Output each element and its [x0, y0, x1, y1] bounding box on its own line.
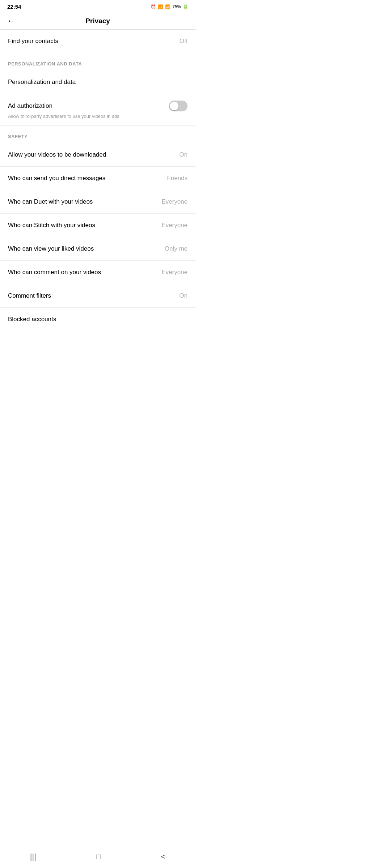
find-contacts-row[interactable]: Find your contacts Off [0, 30, 196, 53]
safety-row-0[interactable]: Allow your videos to be downloadedOn [0, 143, 196, 167]
status-icons: ⏰ 📶 📶 75% 🔋 [151, 4, 188, 9]
battery-icon: 🔋 [183, 4, 188, 9]
safety-row-label-6: Comment filters [8, 292, 51, 299]
status-bar: 22:54 ⏰ 📶 📶 75% 🔋 [0, 0, 196, 13]
safety-row-label-2: Who can Duet with your videos [8, 198, 93, 205]
signal-icon: 📶 [165, 4, 171, 9]
safety-row-value-5: Everyone [161, 269, 188, 276]
personalization-header-text: PERSONALIZATION AND DATA [8, 61, 82, 67]
wifi-icon: 📶 [158, 4, 163, 9]
safety-row-value-4: Only me [165, 245, 188, 252]
safety-row-2[interactable]: Who can Duet with your videosEveryone [0, 190, 196, 214]
page-header: ← Privacy [0, 13, 196, 30]
personalization-row[interactable]: Personalization and data [0, 71, 196, 94]
ad-authorization-label: Ad authorization [8, 102, 52, 110]
safety-row-3[interactable]: Who can Stitch with your videosEveryone [0, 214, 196, 237]
safety-header-text: SAFETY [8, 134, 28, 139]
personalization-label: Personalization and data [8, 78, 76, 86]
safety-row-label-5: Who can comment on your videos [8, 269, 101, 276]
personalization-section-header: PERSONALIZATION AND DATA [0, 53, 196, 71]
ad-authorization-toggle[interactable] [169, 101, 188, 111]
ad-authorization-row: Ad authorization Allow third-party adver… [0, 94, 196, 126]
page-title: Privacy [85, 17, 110, 25]
safety-row-value-0: On [179, 151, 188, 158]
back-button[interactable]: ← [7, 16, 15, 26]
toggle-thumb [170, 102, 178, 110]
safety-row-label-0: Allow your videos to be downloaded [8, 151, 106, 158]
safety-row-label-1: Who can send you direct messages [8, 175, 105, 182]
safety-row-6[interactable]: Comment filtersOn [0, 284, 196, 308]
ad-authorization-subtitle: Allow third-party advertisers to use you… [8, 114, 188, 119]
safety-row-5[interactable]: Who can comment on your videosEveryone [0, 261, 196, 284]
safety-row-value-1: Friends [167, 175, 188, 182]
safety-row-value-3: Everyone [161, 222, 188, 229]
safety-row-label-3: Who can Stitch with your videos [8, 222, 95, 229]
battery-level: 75% [172, 4, 181, 9]
safety-row-value-6: On [179, 292, 188, 299]
safety-row-4[interactable]: Who can view your liked videosOnly me [0, 237, 196, 261]
alarm-icon: ⏰ [151, 4, 156, 9]
safety-row-label-7: Blocked accounts [8, 316, 56, 323]
ad-auth-top: Ad authorization [8, 101, 188, 111]
safety-row-7[interactable]: Blocked accounts [0, 308, 196, 331]
safety-row-1[interactable]: Who can send you direct messagesFriends [0, 167, 196, 190]
safety-rows-container: Allow your videos to be downloadedOnWho … [0, 143, 196, 331]
find-contacts-value: Off [180, 38, 188, 45]
safety-row-value-2: Everyone [161, 198, 188, 205]
safety-section-header: SAFETY [0, 126, 196, 143]
safety-row-label-4: Who can view your liked videos [8, 245, 94, 252]
status-time: 22:54 [7, 4, 21, 10]
content-area: Find your contacts Off PERSONALIZATION A… [0, 30, 196, 331]
find-contacts-label: Find your contacts [8, 38, 58, 45]
